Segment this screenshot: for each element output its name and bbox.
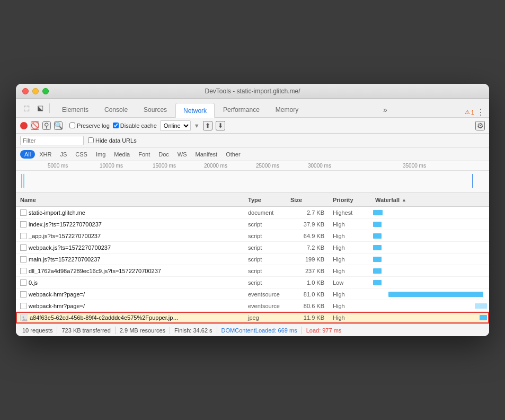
waterfall-bar — [373, 233, 382, 239]
preserve-log-label[interactable]: Preserve log — [69, 122, 110, 129]
row-size: 199 KB — [286, 256, 329, 262]
type-btn-xhr[interactable]: XHR — [35, 150, 56, 159]
ruler-mark-5: 25000 ms — [256, 161, 279, 170]
row-size: 7.2 KB — [286, 244, 329, 251]
preserve-log-checkbox[interactable] — [69, 122, 75, 128]
waterfall-bar — [373, 257, 382, 262]
devtools-menu-button[interactable]: ⋮ — [476, 107, 485, 117]
status-finish: Finish: 34.62 s — [174, 327, 212, 334]
hide-data-urls-label[interactable]: Hide data URLs — [88, 137, 137, 144]
type-btn-css[interactable]: CSS — [71, 150, 92, 159]
export-har-button[interactable]: ⬇ — [216, 121, 225, 130]
row-size: 11.9 KB — [286, 314, 329, 321]
tab-console[interactable]: Console — [97, 102, 135, 117]
table-row[interactable]: static-import.glitch.me document 2.7 KB … — [16, 207, 489, 218]
device-toolbar-button[interactable]: ⬕ — [34, 102, 47, 115]
tab-sources[interactable]: Sources — [136, 102, 174, 117]
file-icon — [20, 221, 26, 228]
hide-data-urls-checkbox[interactable] — [88, 137, 94, 143]
table-row[interactable]: 0.js script 1.0 KB Low — [16, 277, 489, 288]
row-name: a84f63e5-62cd-456b-89f4-c2adddc4e575%2Fp… — [16, 314, 244, 321]
sort-arrow-icon: ▲ — [402, 197, 406, 203]
toolbar-divider-1 — [49, 103, 50, 113]
type-btn-ws[interactable]: WS — [173, 150, 191, 159]
table-row[interactable]: _app.js?ts=1572270700237 script 64.9 KB … — [16, 230, 489, 242]
waterfall-bar — [373, 280, 382, 285]
type-btn-media[interactable]: Media — [110, 150, 134, 159]
tl-marker-red — [21, 174, 22, 188]
tab-performance[interactable]: Performance — [216, 102, 267, 117]
row-size: 64.9 KB — [286, 233, 329, 239]
disable-cache-label[interactable]: Disable cache — [113, 122, 157, 129]
record-button[interactable] — [20, 122, 28, 129]
row-priority: High — [329, 256, 371, 262]
row-size: 80.6 KB — [286, 303, 329, 309]
search-icon-button[interactable]: 🔍 — [54, 121, 63, 130]
import-har-button[interactable]: ⬆ — [203, 121, 212, 130]
table-row[interactable]: main.js?ts=1572270700237 script 199 KB H… — [16, 253, 489, 265]
type-btn-img[interactable]: Img — [92, 150, 110, 159]
waterfall-bar — [373, 268, 382, 274]
tab-extras: ⚠ 1 ⋮ — [465, 107, 485, 117]
maximize-button[interactable] — [42, 88, 49, 94]
row-type: script — [244, 233, 286, 239]
row-type: script — [244, 279, 286, 286]
devtools-body: ⬚ ⬕ Elements Console Sources Network Per… — [16, 99, 489, 336]
ruler-mark-7: 35000 ms — [403, 161, 426, 170]
tab-more-button[interactable]: » — [380, 102, 391, 117]
file-icon — [20, 291, 26, 298]
file-icon — [20, 279, 26, 286]
status-resources: 2.9 MB resources — [120, 327, 165, 334]
filter-input[interactable] — [20, 136, 84, 145]
tabs-bar: Elements Console Sources Network Perform… — [55, 99, 485, 117]
col-header-waterfall[interactable]: Waterfall ▲ — [371, 197, 489, 203]
type-btn-other[interactable]: Other — [222, 150, 245, 159]
window-title: DevTools - static-import.glitch.me/ — [205, 88, 300, 95]
top-toolbar: ⬚ ⬕ Elements Console Sources Network Per… — [16, 99, 489, 118]
throttle-select[interactable]: Online — [160, 120, 191, 131]
table-row[interactable]: webpack-hmr?page=/ eventsource 80.6 KB H… — [16, 300, 489, 312]
close-button[interactable] — [22, 88, 29, 94]
row-waterfall — [371, 300, 489, 311]
col-header-type[interactable]: Type — [244, 197, 286, 203]
waterfall-bar — [475, 303, 486, 309]
row-waterfall — [371, 218, 489, 230]
row-size: 37.9 KB — [286, 221, 329, 228]
table-row[interactable]: webpack-hmr?page=/ eventsource 81.0 KB H… — [16, 288, 489, 300]
clear-button[interactable]: 🚫 — [31, 121, 39, 130]
filter-icon-button[interactable]: ⚲ — [42, 121, 51, 130]
title-bar: DevTools - static-import.glitch.me/ — [16, 84, 489, 99]
type-btn-all[interactable]: All — [20, 150, 35, 159]
row-name: webpack-hmr?page=/ — [16, 291, 244, 298]
disable-cache-checkbox[interactable] — [113, 122, 119, 128]
row-type: script — [244, 256, 286, 262]
row-waterfall — [371, 207, 489, 218]
file-icon — [20, 268, 26, 274]
settings-button[interactable]: ⚙ — [475, 121, 485, 130]
type-btn-doc[interactable]: Doc — [154, 150, 173, 159]
table-row[interactable]: webpack.js?ts=1572270700237 script 7.2 K… — [16, 242, 489, 253]
col-header-name[interactable]: Name — [16, 197, 244, 203]
tab-memory[interactable]: Memory — [268, 102, 306, 117]
timeline-ruler: 5000 ms 10000 ms 15000 ms 20000 ms 25000… — [16, 161, 489, 171]
filter-bar: Hide data URLs — [16, 134, 489, 147]
table-row[interactable]: dll_1762a4d98a7289ec16c9.js?ts=157227070… — [16, 265, 489, 277]
type-btn-manifest[interactable]: Manifest — [191, 150, 222, 159]
tl-marker-right — [472, 174, 473, 188]
status-dom-content-loaded[interactable]: DOMContentLoaded: 669 ms — [222, 327, 297, 334]
file-icon — [20, 233, 26, 239]
table-row[interactable]: index.js?ts=1572270700237 script 37.9 KB… — [16, 218, 489, 230]
table-row-highlighted[interactable]: a84f63e5-62cd-456b-89f4-c2adddc4e575%2Fp… — [16, 312, 489, 323]
cursor-tool-button[interactable]: ⬚ — [20, 102, 33, 115]
tab-network[interactable]: Network — [175, 103, 215, 118]
tab-elements[interactable]: Elements — [55, 102, 96, 117]
col-header-priority[interactable]: Priority — [329, 197, 371, 203]
type-btn-font[interactable]: Font — [134, 150, 154, 159]
row-priority: High — [329, 291, 371, 298]
minimize-button[interactable] — [32, 88, 39, 94]
type-btn-js[interactable]: JS — [56, 150, 71, 159]
ruler-mark-4: 20000 ms — [204, 161, 227, 170]
table-header: Name Type Size Priority Waterfall ▲ — [16, 193, 489, 207]
row-waterfall — [371, 288, 489, 300]
col-header-size[interactable]: Size — [286, 197, 329, 203]
